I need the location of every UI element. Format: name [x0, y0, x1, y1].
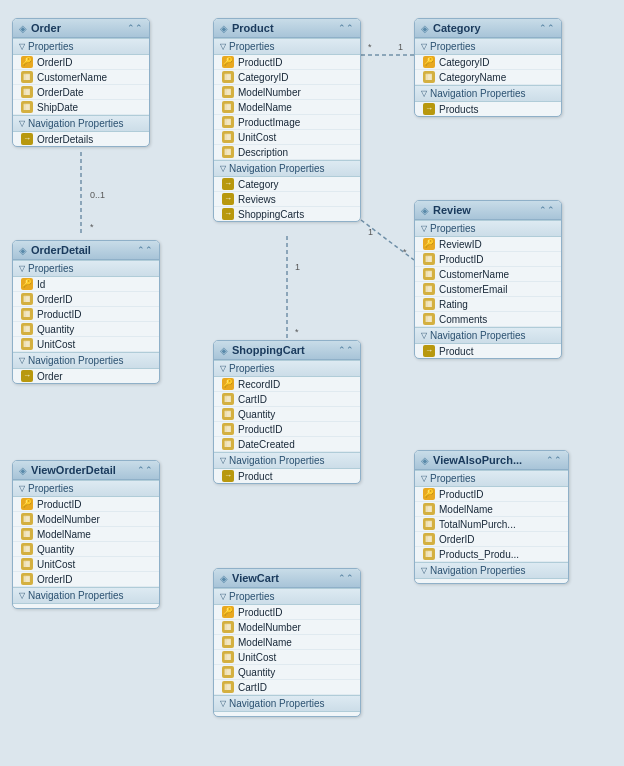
svg-text:0..1: 0..1	[90, 190, 105, 200]
property-row: →Order	[13, 369, 159, 383]
field-icon: ▦	[21, 558, 33, 570]
collapse-button[interactable]: ⌃⌃	[338, 23, 354, 33]
section-label: Properties	[430, 41, 476, 52]
property-row: ▦CategoryName	[415, 70, 561, 85]
property-name: Category	[238, 179, 279, 190]
section-toggle[interactable]: ▽	[19, 42, 25, 51]
section-toggle[interactable]: ▽	[19, 484, 25, 493]
property-row: 🔑RecordID	[214, 377, 360, 392]
section-toggle[interactable]: ▽	[19, 264, 25, 273]
entity-shoppingcart: ◈ShoppingCart⌃⌃▽Properties🔑RecordID▦Cart…	[213, 340, 361, 484]
field-icon: ▦	[222, 101, 234, 113]
section-toggle[interactable]: ▽	[220, 699, 226, 708]
collapse-button[interactable]: ⌃⌃	[539, 23, 555, 33]
section-toggle[interactable]: ▽	[19, 356, 25, 365]
property-name: Quantity	[37, 324, 74, 335]
nav-icon: →	[423, 103, 435, 115]
field-icon: ▦	[423, 253, 435, 265]
property-row: ▦ModelName	[214, 100, 360, 115]
svg-text:*: *	[295, 327, 299, 337]
property-row: ▦CartID	[214, 680, 360, 695]
collapse-button[interactable]: ⌃⌃	[137, 465, 153, 475]
entity-title: Product	[232, 22, 274, 34]
property-row: ▦ModelName	[214, 635, 360, 650]
property-row: ▦OrderID	[13, 572, 159, 587]
svg-text:*: *	[403, 247, 407, 257]
section-toggle[interactable]: ▽	[421, 42, 427, 51]
section-toggle[interactable]: ▽	[220, 364, 226, 373]
property-name: ShoppingCarts	[238, 209, 304, 220]
section-header: ▽Properties	[214, 588, 360, 605]
diagram-area: 0..1 * * 1 1 * 1 * ◈Order⌃⌃▽Properties🔑O…	[0, 0, 624, 766]
nav-icon: →	[222, 470, 234, 482]
entity-title: Review	[433, 204, 471, 216]
field-icon: ▦	[423, 313, 435, 325]
section-toggle[interactable]: ▽	[220, 456, 226, 465]
property-name: ModelName	[439, 504, 493, 515]
property-row: ▦ModelNumber	[214, 85, 360, 100]
key-icon: 🔑	[222, 606, 234, 618]
collapse-button[interactable]: ⌃⌃	[539, 205, 555, 215]
collapse-button[interactable]: ⌃⌃	[546, 455, 562, 465]
collapse-button[interactable]: ⌃⌃	[127, 23, 143, 33]
property-name: ProductID	[238, 607, 282, 618]
property-row: ▦Quantity	[214, 407, 360, 422]
section-toggle[interactable]: ▽	[220, 42, 226, 51]
entity-orderdetail: ◈OrderDetail⌃⌃▽Properties🔑Id▦OrderID▦Pro…	[12, 240, 160, 384]
collapse-button[interactable]: ⌃⌃	[137, 245, 153, 255]
section-toggle[interactable]: ▽	[421, 566, 427, 575]
entity-title: ShoppingCart	[232, 344, 305, 356]
section-label: Navigation Properties	[229, 455, 325, 466]
property-name: CategoryID	[439, 57, 490, 68]
entity-type-icon: ◈	[19, 23, 27, 34]
section-toggle[interactable]: ▽	[220, 592, 226, 601]
section-label: Navigation Properties	[229, 698, 325, 709]
property-name: OrderID	[37, 294, 73, 305]
entity-header: ◈ViewCart⌃⌃	[214, 569, 360, 588]
field-icon: ▦	[222, 131, 234, 143]
entity-header: ◈Category⌃⌃	[415, 19, 561, 38]
property-name: CartID	[238, 394, 267, 405]
field-icon: ▦	[423, 503, 435, 515]
key-icon: 🔑	[222, 56, 234, 68]
svg-line-6	[361, 220, 414, 260]
section-toggle[interactable]: ▽	[421, 224, 427, 233]
nav-icon: →	[423, 345, 435, 357]
section-toggle[interactable]: ▽	[421, 89, 427, 98]
entity-type-icon: ◈	[220, 345, 228, 356]
field-icon: ▦	[423, 518, 435, 530]
section-toggle[interactable]: ▽	[421, 331, 427, 340]
property-row: 🔑ProductID	[415, 487, 568, 502]
key-icon: 🔑	[423, 238, 435, 250]
property-name: ModelNumber	[37, 514, 100, 525]
section-header: ▽Properties	[13, 260, 159, 277]
field-icon: ▦	[423, 283, 435, 295]
collapse-button[interactable]: ⌃⌃	[338, 345, 354, 355]
entity-type-icon: ◈	[220, 573, 228, 584]
section-toggle[interactable]: ▽	[421, 474, 427, 483]
property-row: ▦OrderID	[415, 532, 568, 547]
entity-type-icon: ◈	[220, 23, 228, 34]
section-toggle[interactable]: ▽	[19, 591, 25, 600]
entity-viewalsopurch: ◈ViewAlsoPurch...⌃⌃▽Properties🔑ProductID…	[414, 450, 569, 584]
section-toggle[interactable]: ▽	[19, 119, 25, 128]
property-name: Rating	[439, 299, 468, 310]
property-name: ModelName	[37, 529, 91, 540]
key-icon: 🔑	[21, 56, 33, 68]
section-header: ▽Properties	[13, 480, 159, 497]
property-name: Product	[439, 346, 473, 357]
field-icon: ▦	[423, 268, 435, 280]
collapse-button[interactable]: ⌃⌃	[338, 573, 354, 583]
property-row: ▦ProductID	[13, 307, 159, 322]
property-row: ▦OrderDate	[13, 85, 149, 100]
property-name: OrderID	[439, 534, 475, 545]
section-toggle[interactable]: ▽	[220, 164, 226, 173]
section-label: Properties	[229, 363, 275, 374]
property-name: Order	[37, 371, 63, 382]
property-row: →Product	[214, 469, 360, 483]
section-label: Properties	[229, 41, 275, 52]
section-header: ▽Navigation Properties	[415, 562, 568, 579]
property-name: ModelNumber	[238, 622, 301, 633]
field-icon: ▦	[222, 621, 234, 633]
property-row: ▦UnitCost	[13, 337, 159, 352]
